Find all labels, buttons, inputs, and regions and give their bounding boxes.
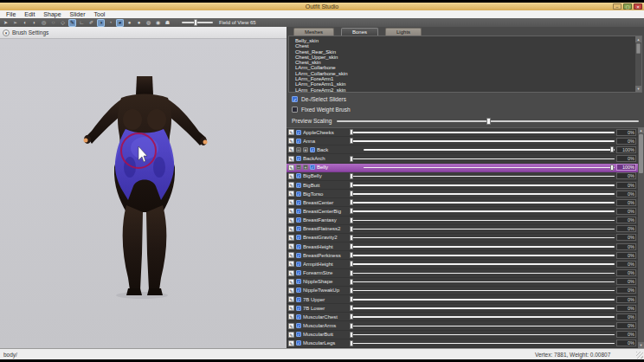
slider-value[interactable]: 0% bbox=[616, 138, 636, 145]
slider-checkbox[interactable]: ✓ bbox=[296, 323, 301, 328]
menu-shape[interactable]: Shape bbox=[39, 10, 65, 18]
edit-slider-icon[interactable]: ✎ bbox=[288, 199, 294, 205]
slider-row[interactable]: ✎–+✓Back100% bbox=[287, 145, 638, 154]
slider-value[interactable]: 0% bbox=[616, 172, 636, 179]
slider-expand-button[interactable]: + bbox=[303, 147, 308, 152]
material-sphere-icon[interactable]: ☗ bbox=[164, 19, 171, 27]
maximize-button[interactable]: ▢ bbox=[623, 3, 632, 10]
edit-slider-icon[interactable]: ✎ bbox=[288, 270, 294, 276]
brush-sphere-6-icon[interactable]: ◍ bbox=[145, 19, 152, 27]
brush-settings-header[interactable]: ▾ Brush Settings bbox=[0, 27, 287, 39]
deflate-brush-icon[interactable]: ◗ bbox=[30, 19, 38, 27]
brush-sphere-3-icon[interactable]: ◕ bbox=[116, 19, 124, 27]
edit-slider-icon[interactable]: ✎ bbox=[288, 208, 294, 214]
slider-checkbox[interactable]: ✓ bbox=[296, 279, 301, 284]
slider-row[interactable]: ✎✓BreastGravity20% bbox=[287, 234, 638, 242]
slider-row[interactable]: ✎–+✓Belly100% bbox=[287, 164, 638, 172]
slider-row[interactable]: ✎✓BreastPerkiness0% bbox=[287, 251, 638, 260]
slider-thumb[interactable] bbox=[350, 288, 353, 294]
slider-row[interactable]: ✎✓ForearmSize0% bbox=[287, 269, 638, 278]
slider-row[interactable]: ✎✓NippleTweakUp0% bbox=[287, 287, 638, 295]
edit-slider-icon[interactable]: ✎ bbox=[288, 146, 294, 152]
slider-row[interactable]: ✎✓Anna0% bbox=[287, 137, 638, 145]
slider-thumb[interactable] bbox=[350, 226, 353, 232]
slider-thumb[interactable] bbox=[350, 138, 353, 144]
slider-track[interactable] bbox=[350, 322, 615, 329]
slider-track[interactable] bbox=[350, 155, 615, 162]
slider-checkbox[interactable]: ✓ bbox=[310, 165, 315, 170]
slider-row[interactable]: ✎✓MuscularLegs0% bbox=[287, 339, 638, 348]
slider-checkbox[interactable]: ✓ bbox=[296, 217, 301, 223]
slider-track[interactable] bbox=[350, 234, 615, 241]
slider-value[interactable]: 0% bbox=[616, 243, 636, 250]
mask-pointer-icon[interactable]: ➢ bbox=[11, 19, 19, 27]
slider-value[interactable]: 0% bbox=[616, 155, 636, 162]
tab-lights[interactable]: Lights bbox=[385, 28, 422, 36]
viewport-3d[interactable] bbox=[0, 39, 287, 348]
slider-value[interactable]: 0% bbox=[616, 199, 636, 206]
slider-checkbox[interactable]: ✓ bbox=[296, 173, 301, 178]
mask-brush-icon[interactable]: ◇ bbox=[59, 19, 67, 27]
slider-row[interactable]: ✎✓BreastFlatness20% bbox=[287, 225, 638, 234]
field-of-view-slider[interactable] bbox=[182, 22, 213, 23]
slider-row[interactable]: ✎✓BreastFantasy0% bbox=[287, 217, 638, 225]
slider-value[interactable]: 0% bbox=[616, 269, 636, 276]
slider-value[interactable]: 0% bbox=[616, 331, 636, 338]
slider-row[interactable]: ✎✓BreastCenterBig0% bbox=[287, 207, 638, 216]
select-pointer-icon[interactable]: ➤ bbox=[2, 19, 10, 27]
slider-track[interactable] bbox=[350, 225, 615, 232]
slider-thumb[interactable] bbox=[350, 156, 353, 162]
body-mesh[interactable] bbox=[0, 39, 287, 348]
edit-slider-icon[interactable]: ✎ bbox=[288, 138, 294, 144]
slider-row[interactable]: ✎✓BackArch0% bbox=[287, 154, 638, 163]
slider-value[interactable]: 0% bbox=[616, 234, 636, 241]
slider-thumb[interactable] bbox=[350, 217, 353, 223]
slider-track[interactable] bbox=[350, 199, 615, 206]
slider-checkbox[interactable]: ✓ bbox=[296, 130, 301, 135]
edit-slider-icon[interactable]: ✎ bbox=[288, 296, 294, 302]
slider-checkbox[interactable]: ✓ bbox=[296, 262, 301, 267]
edit-slider-icon[interactable]: ✎ bbox=[288, 252, 294, 258]
slider-track[interactable] bbox=[350, 287, 615, 294]
slider-value[interactable]: 0% bbox=[616, 252, 636, 259]
menu-tool[interactable]: Tool bbox=[90, 10, 110, 18]
minimize-button[interactable]: – bbox=[613, 3, 621, 10]
slider-track[interactable] bbox=[350, 243, 615, 250]
slider-checkbox[interactable]: ✓ bbox=[296, 288, 301, 293]
slider-track[interactable] bbox=[364, 164, 615, 171]
edit-slider-icon[interactable]: ✎ bbox=[288, 235, 294, 241]
tab-meshes[interactable]: Meshes bbox=[293, 28, 334, 36]
tab-bones[interactable]: Bones bbox=[341, 28, 378, 36]
deselect-sliders-checkbox[interactable]: ✓ bbox=[292, 96, 298, 102]
slider-thumb[interactable] bbox=[350, 199, 353, 205]
slider-collapse-button[interactable]: – bbox=[296, 147, 301, 152]
slider-row[interactable]: ✎✓BigButt0% bbox=[287, 181, 638, 190]
slider-thumb[interactable] bbox=[610, 165, 614, 171]
edit-slider-icon[interactable]: ✎ bbox=[288, 332, 294, 338]
slider-row[interactable]: ✎✓BreastCenter0% bbox=[287, 198, 638, 207]
edit-slider-icon[interactable]: ✎ bbox=[288, 182, 294, 188]
preview-scaling-slider[interactable] bbox=[337, 120, 639, 122]
field-of-view-thumb[interactable] bbox=[194, 19, 197, 26]
edit-slider-icon[interactable]: ✎ bbox=[288, 191, 294, 197]
edit-slider-icon[interactable]: ✎ bbox=[288, 279, 294, 285]
slider-thumb[interactable] bbox=[350, 173, 353, 179]
slider-row[interactable]: ✎✓BigTorso0% bbox=[287, 190, 638, 198]
slider-checkbox[interactable]: ✓ bbox=[296, 297, 301, 302]
slider-thumb[interactable] bbox=[610, 146, 614, 152]
slider-value[interactable]: 0% bbox=[616, 182, 636, 189]
slider-scroll-thumb[interactable] bbox=[639, 134, 643, 173]
slider-thumb[interactable] bbox=[350, 208, 353, 214]
slider-row[interactable]: ✎✓7B Lower0% bbox=[287, 304, 638, 313]
slider-track[interactable] bbox=[350, 296, 615, 303]
inflate-brush-icon[interactable]: ◖ bbox=[21, 19, 29, 27]
slider-thumb[interactable] bbox=[350, 340, 353, 346]
slider-thumb[interactable] bbox=[350, 129, 353, 135]
slider-checkbox[interactable]: ✓ bbox=[296, 332, 301, 337]
slider-value[interactable]: 0% bbox=[616, 217, 636, 223]
edit-slider-icon[interactable]: ✎ bbox=[288, 129, 294, 135]
edit-slider-icon[interactable]: ✎ bbox=[288, 288, 294, 294]
slider-thumb[interactable] bbox=[350, 270, 353, 276]
brush-sphere-7-icon[interactable]: ◉ bbox=[154, 19, 162, 27]
slider-checkbox[interactable]: ✓ bbox=[296, 183, 301, 188]
